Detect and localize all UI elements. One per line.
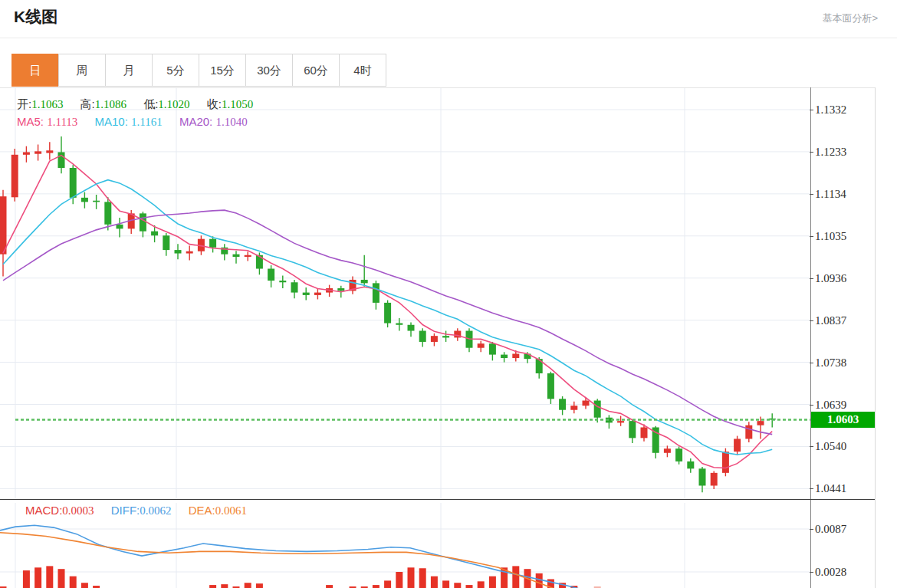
price-tick: 1.1233 [815,146,846,158]
tab-min5[interactable]: 5分 [152,54,199,87]
tab-week[interactable]: 周 [58,54,106,87]
ma-legend: MA5: 1.1113 MA10: 1.1161 MA20: 1.1040 [17,115,261,129]
macd-tick: 0.0087 [815,523,846,535]
panel-separator [0,499,875,500]
fundamental-analysis-link[interactable]: 基本面分析> [822,11,878,25]
price-tick: 1.0540 [815,440,846,452]
macd-tick: 0.0028 [815,566,846,578]
current-price-badge: 1.0603 [811,412,875,428]
macd-value: MACD:0.0003 [25,504,94,517]
close-value: 收:1.1050 [207,97,253,110]
high-value: 高:1.1086 [80,97,127,110]
tab-hour4[interactable]: 4时 [339,54,386,87]
price-tick: 1.0639 [815,399,846,411]
price-tick: 1.0738 [815,356,846,369]
tab-min30[interactable]: 30分 [245,54,293,87]
price-tick: 1.1035 [815,230,846,242]
chart-right-border [875,87,876,588]
macd-lines [0,525,810,588]
tab-min60[interactable]: 60分 [292,54,340,87]
header-divider [0,38,897,38]
open-value: 开:1.1063 [17,97,63,110]
price-tick: 1.1332 [815,103,846,116]
price-tick: 1.0441 [815,482,846,494]
ma10-value: MA10: 1.1161 [95,115,163,128]
macd-histogram [0,566,601,588]
price-tick: 1.1134 [815,188,846,200]
kline-grid [0,88,810,499]
page-title: K线图 [14,6,58,28]
tab-day[interactable]: 日 [12,54,59,87]
candles [0,136,776,492]
diff-value: DIFF:0.0062 [111,504,172,517]
tab-month[interactable]: 月 [105,54,153,87]
low-value: 低:1.1020 [143,97,189,110]
price-tick: 1.0936 [815,272,846,284]
ma20-value: MA20: 1.1040 [179,115,248,128]
tab-min15[interactable]: 15分 [199,54,246,87]
interval-tab-bar: 日周月5分15分30分60分4时 [12,54,386,87]
dea-value: DEA:0.0061 [189,504,247,517]
ma5-value: MA5: 1.1113 [17,115,77,128]
candlestick-chart[interactable] [0,88,897,500]
macd-legend: MACD:0.0003 DIFF:0.0062 DEA:0.0061 [25,504,261,517]
kline-app: K线图 基本面分析> 日周月5分15分30分60分4时 开:1.1063 高:1… [0,0,897,588]
price-axis-line [810,87,811,588]
price-tick: 1.0837 [815,314,846,327]
ohlc-legend: 开:1.1063 高:1.1086 低:1.1020 收:1.1050 [17,97,267,112]
